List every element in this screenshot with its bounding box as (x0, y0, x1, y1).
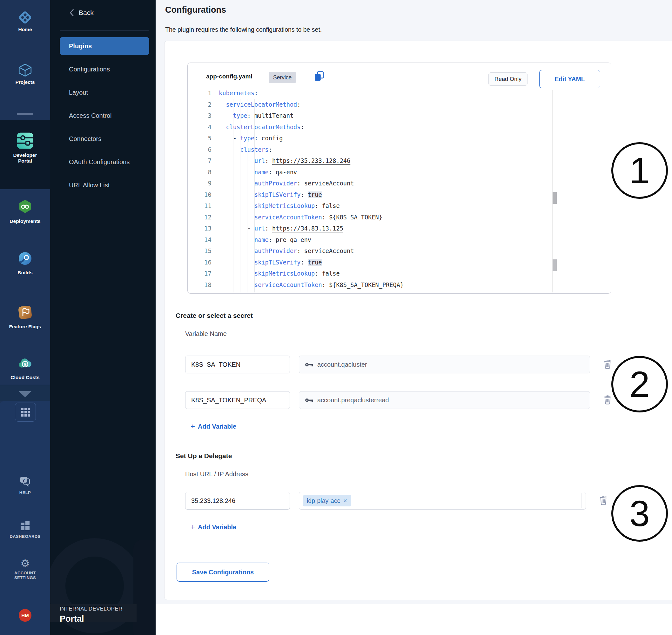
secret-selector[interactable]: account.qacluster (299, 356, 590, 373)
subnav-item-oauth-configurations[interactable]: OAuth Configurations (60, 153, 149, 171)
line-number: 14 (188, 234, 212, 246)
sidebar-item-builds[interactable]: Builds (0, 251, 50, 276)
footer-action-bar: Back Disable Plugin (156, 604, 672, 635)
read-only-badge: Read Only (489, 72, 527, 86)
subnav-item-url-allow-list[interactable]: URL Allow List (60, 176, 149, 194)
add-variable-label: Add Variable (198, 524, 236, 531)
plugin-subnav: Back PluginsConfigurationsLayoutAccess C… (50, 0, 156, 635)
sidebar-item-developer-portal[interactable]: Developer Portal (0, 131, 50, 164)
module-picker-button[interactable] (15, 402, 36, 422)
scrollbar-mark[interactable] (552, 192, 557, 204)
sidebar-item-label: DASHBOARDS (0, 534, 50, 539)
builds-icon (18, 262, 33, 267)
svg-text:$: $ (23, 362, 27, 367)
code-line-12: serviceAccountToken: ${K8S_SA_TOKEN} (219, 212, 554, 223)
delegate-rows: idp-play-acc ✕ (185, 492, 620, 527)
code-line-7: - url: https://35.233.128.246 (219, 155, 554, 167)
sidebar-item-label: Builds (0, 270, 50, 276)
feature-flags-icon (18, 315, 33, 321)
plus-icon: + (191, 523, 195, 531)
chevron-left-icon (69, 9, 74, 17)
page-subtitle: The plugin requires the following config… (165, 26, 322, 33)
line-number: 10 (188, 189, 212, 201)
cloud-costs-icon: $ (17, 367, 33, 372)
subnav-item-plugins[interactable]: Plugins (60, 37, 149, 55)
delegate-section-heading: Set Up a Delegate (176, 452, 232, 460)
sidebar-item-account-settings[interactable]: ⚙ ACCOUNT SETTINGS (0, 558, 50, 580)
code-line-6: clusters: (219, 144, 554, 156)
line-number: 8 (188, 167, 212, 178)
edit-yaml-button[interactable]: Edit YAML (539, 70, 600, 88)
developer-portal-icon (16, 146, 34, 151)
sidebar-item-home[interactable]: Home (0, 9, 50, 32)
copy-icon[interactable] (313, 70, 325, 83)
tagfield-divider (581, 494, 582, 508)
save-configurations-button[interactable]: Save Configurations (177, 563, 269, 582)
sidebar-item-projects[interactable]: Projects (0, 62, 50, 85)
key-icon (305, 397, 313, 403)
code-line-4: clusterLocatorMethods: (219, 122, 554, 133)
sidebar-item-help[interactable]: ? HELP (0, 476, 50, 495)
primary-sidebar: Home Projects Developer Portal Deploymen… (0, 0, 50, 635)
sidebar-item-label: Projects (0, 79, 50, 85)
add-variable-button-delegate[interactable]: + Add Variable (191, 523, 236, 531)
sidebar-item-dashboards[interactable]: DASHBOARDS (0, 521, 50, 539)
subnav-item-connectors[interactable]: Connectors (60, 130, 149, 148)
line-number: 6 (188, 144, 212, 156)
delete-secret-row-icon[interactable] (603, 358, 612, 371)
sidebar-item-label-line1: ACCOUNT (0, 571, 50, 575)
line-number: 3 (188, 110, 212, 122)
deployments-icon (18, 210, 33, 216)
app-window: Home Projects Developer Portal Deploymen… (0, 0, 672, 635)
delete-delegate-row-icon[interactable] (599, 495, 608, 507)
line-number: 17 (188, 268, 212, 279)
delete-secret-row-icon[interactable] (603, 394, 612, 406)
subnav-item-access-control[interactable]: Access Control (60, 107, 149, 125)
tag-remove-icon[interactable]: ✕ (343, 498, 347, 504)
variable-name-input[interactable] (185, 391, 290, 409)
line-number: 18 (188, 279, 212, 291)
dashboards-icon (20, 526, 30, 532)
code-line-13: - url: https://34.83.13.125 (219, 223, 554, 234)
code-line-14: name: pre-qa-env (219, 234, 554, 246)
user-avatar[interactable]: HM (19, 609, 31, 622)
code-line-11: skipMetricsLookup: false (219, 200, 554, 212)
sidebar-item-label: Deployments (0, 218, 50, 224)
host-url-label: Host URL / IP Address (185, 470, 248, 478)
sidebar-divider-handle[interactable] (17, 113, 33, 115)
secret-reference-label: account.preqaclusterread (317, 397, 389, 404)
add-variable-label: Add Variable (198, 423, 236, 430)
code-line-17: skipMetricsLookup: false (219, 268, 554, 279)
add-variable-button-secrets[interactable]: + Add Variable (191, 422, 236, 430)
chevron-down-icon[interactable] (19, 391, 31, 397)
delegate-row: idp-play-acc ✕ (185, 492, 620, 509)
secret-selector[interactable]: account.preqaclusterread (299, 391, 590, 409)
delegate-tag: idp-play-acc ✕ (303, 495, 351, 506)
sidebar-item-deployments[interactable]: Deployments (0, 199, 50, 224)
delegate-tag-label: idp-play-acc (307, 497, 340, 504)
delegate-tag-select[interactable]: idp-play-acc ✕ (299, 492, 586, 509)
scrollbar-mark[interactable] (552, 259, 557, 271)
code-viewport[interactable]: 123456789101112131415161718 kubernetes: … (188, 90, 611, 292)
page-title: Configurations (165, 5, 226, 15)
code-line-2: serviceLocatorMethod: (219, 99, 554, 110)
help-icon: ? (19, 483, 31, 489)
host-url-input[interactable] (185, 492, 290, 509)
secret-section-heading: Create or select a secret (176, 312, 253, 320)
code-line-3: type: multiTenant (219, 110, 554, 122)
sidebar-item-cloud-costs[interactable]: $ Cloud Costs (0, 356, 50, 380)
subnav-item-configurations[interactable]: Configurations (60, 60, 149, 78)
subnav-divider (60, 30, 149, 31)
code-line-9: authProvider: serviceAccount (219, 178, 554, 189)
sidebar-item-feature-flags[interactable]: Feature Flags (0, 305, 50, 330)
code-line-10: skipTLSVerify: true (219, 189, 554, 201)
variable-name-input[interactable] (185, 356, 290, 373)
subnav-item-layout[interactable]: Layout (60, 84, 149, 101)
gear-icon: ⚙ (20, 557, 30, 570)
brand-line-top: INTERNAL DEVELOPER (60, 606, 123, 612)
line-number: 15 (188, 245, 212, 257)
decorative-bar (133, 540, 156, 635)
sidebar-item-label: HELP (0, 490, 50, 495)
back-nav-button[interactable]: Back (69, 9, 94, 17)
editor-header: app-config.yaml Service Read Only Edit Y… (188, 63, 611, 90)
